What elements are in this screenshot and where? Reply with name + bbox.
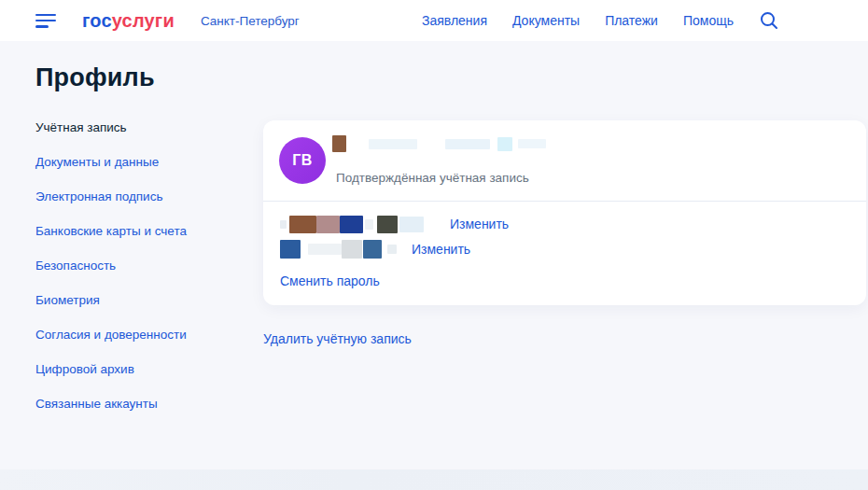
sidebar-item-esignature[interactable]: Электронная подпись	[35, 190, 250, 203]
sidebar-item-security[interactable]: Безопасность	[35, 259, 250, 273]
sidebar-item-documents-data[interactable]: Документы и данные	[35, 156, 250, 169]
sidebar-item-biometrics[interactable]: Биометрия	[35, 294, 250, 307]
sidebar-item-digital-archive[interactable]: Цифровой архив	[35, 363, 250, 376]
profile-sidebar: Учётная запись Документы и данные Электр…	[35, 121, 250, 411]
header-nav: Заявления Документы Платежи Помощь	[422, 10, 779, 31]
sidebar-item-consents[interactable]: Согласия и доверенности	[35, 329, 250, 342]
redaction-block	[387, 245, 397, 254]
redacted-personal-data	[280, 216, 424, 233]
redaction-block	[369, 139, 417, 149]
gosuslugi-logo[interactable]: госуслуги	[82, 10, 175, 32]
account-card: ГВ Подтверждённая учётная запись Изменит…	[263, 120, 866, 305]
logo-text-blue: гос	[82, 10, 112, 31]
hamburger-menu-icon[interactable]	[35, 14, 56, 28]
header-left-group: госуслуги Санкт-Петербург	[35, 10, 300, 32]
redaction-block	[308, 244, 342, 255]
redaction-block	[363, 240, 382, 259]
nav-link-pomosch[interactable]: Помощь	[683, 13, 734, 28]
avatar[interactable]: ГВ	[279, 137, 326, 184]
redaction-block	[377, 216, 398, 233]
redaction-block	[445, 139, 490, 149]
redacted-contact-data	[280, 240, 397, 259]
redaction-block	[518, 139, 546, 148]
account-status-label: Подтверждённая учётная запись	[336, 171, 529, 185]
logo-text-red: услуги	[112, 10, 175, 31]
nav-link-zayavleniya[interactable]: Заявления	[422, 13, 487, 28]
change-contact-data-link[interactable]: Изменить	[412, 242, 470, 257]
redaction-block	[289, 216, 316, 233]
contact-data-row: Изменить	[280, 240, 470, 259]
redaction-block	[316, 216, 340, 233]
redaction-block	[280, 220, 287, 229]
gosuslugi-profile-page: госуслуги Санкт-Петербург Заявления Доку…	[0, 0, 868, 490]
redaction-block	[340, 216, 363, 233]
footer-strip	[0, 469, 868, 490]
change-personal-data-link[interactable]: Изменить	[450, 217, 509, 231]
sidebar-item-account[interactable]: Учётная запись	[35, 121, 250, 134]
nav-link-platezhi[interactable]: Платежи	[605, 13, 658, 28]
redaction-block	[342, 240, 362, 259]
redaction-block	[365, 219, 373, 230]
search-icon[interactable]	[759, 10, 779, 31]
sidebar-item-linked-accounts[interactable]: Связанные аккаунты	[35, 398, 250, 411]
redaction-block	[332, 135, 346, 152]
redacted-user-name	[332, 134, 546, 153]
redaction-block	[399, 217, 424, 232]
nav-link-dokumenty[interactable]: Документы	[512, 13, 580, 28]
redaction-block	[497, 137, 512, 151]
sidebar-item-bank-cards[interactable]: Банковские карты и счета	[35, 225, 250, 238]
delete-account-link[interactable]: Удалить учётную запись	[263, 331, 412, 346]
card-divider	[263, 201, 866, 202]
region-selector[interactable]: Санкт-Петербург	[201, 14, 300, 28]
personal-data-row: Изменить	[280, 215, 509, 233]
redaction-block	[280, 240, 301, 259]
page-title: Профиль	[35, 63, 155, 92]
top-header: госуслуги Санкт-Петербург Заявления Доку…	[0, 0, 868, 41]
change-password-link[interactable]: Сменить пароль	[280, 273, 380, 288]
